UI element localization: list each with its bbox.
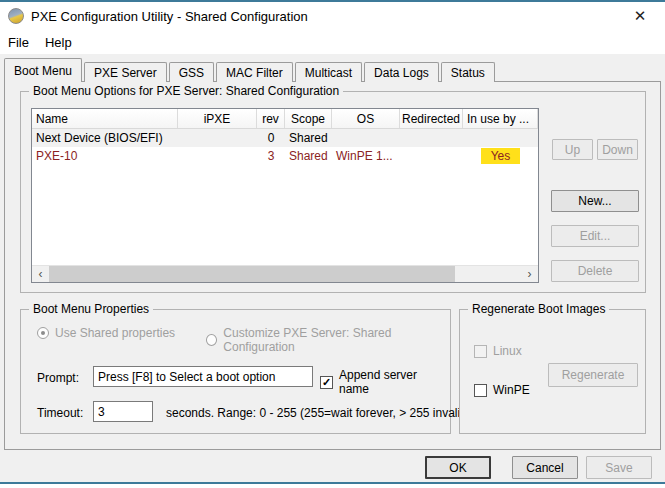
table-row[interactable]: PXE-10 3 Shared WinPE 1... Yes: [32, 147, 538, 165]
timeout-label: Timeout:: [37, 406, 83, 420]
customize-pxe-server-radio[interactable]: Customize PXE Server: Shared Configurati…: [206, 326, 450, 354]
tab-mac-filter[interactable]: MAC Filter: [216, 62, 293, 82]
boot-options-table[interactable]: Name iPXE rev Scope OS Redirected In use…: [31, 108, 539, 283]
cell-name: Next Device (BIOS/EFI): [32, 131, 178, 145]
append-server-name-label: Append server name: [339, 368, 450, 396]
menu-help[interactable]: Help: [37, 33, 80, 52]
save-button[interactable]: Save: [586, 456, 652, 479]
col-header-name[interactable]: Name: [32, 109, 178, 128]
col-header-redirected[interactable]: Redirected: [400, 109, 463, 128]
up-button[interactable]: Up: [552, 139, 593, 160]
tab-gss[interactable]: GSS: [169, 62, 214, 82]
radio-circle-icon: [206, 334, 217, 346]
timeout-range-hint: seconds. Range: 0 - 255 (255=wait foreve…: [166, 406, 471, 420]
cell-in-use-by: Yes: [463, 148, 538, 164]
col-header-rev[interactable]: rev: [257, 109, 285, 128]
col-header-in-use-by[interactable]: In use by ...: [463, 109, 538, 128]
col-header-ipxe[interactable]: iPXE: [178, 109, 257, 128]
table-empty-area: [32, 165, 538, 265]
tab-multicast[interactable]: Multicast: [295, 62, 362, 82]
use-shared-properties-label: Use Shared properties: [55, 326, 175, 340]
linux-label: Linux: [493, 344, 522, 358]
regenerate-button[interactable]: Regenerate: [548, 363, 638, 387]
window-bottom-edge: [0, 484, 665, 488]
menu-file[interactable]: File: [0, 33, 37, 52]
regenerate-boot-images-group: Regenerate Boot Images Linux Regenerate …: [459, 309, 646, 434]
prompt-label: Prompt:: [37, 371, 79, 385]
append-server-name-checkbox[interactable]: ✓ Append server name: [320, 368, 450, 396]
tab-strip: Boot Menu PXE Server GSS MAC Filter Mult…: [4, 58, 497, 82]
edit-button[interactable]: Edit...: [551, 225, 639, 247]
tab-boot-menu[interactable]: Boot Menu: [4, 58, 82, 82]
linux-checkbox[interactable]: Linux: [474, 344, 522, 358]
col-header-scope[interactable]: Scope: [285, 109, 332, 128]
winpe-label: WinPE: [493, 383, 530, 397]
timeout-input[interactable]: [93, 401, 153, 422]
boot-menu-properties-title: Boot Menu Properties: [29, 302, 153, 316]
prompt-input[interactable]: [93, 366, 313, 387]
cell-rev: 0: [257, 131, 285, 145]
boot-menu-tab-page: Boot Menu Options for PXE Server: Shared…: [4, 81, 661, 450]
scrollbar-track[interactable]: [49, 266, 521, 282]
menu-bar: File Help: [0, 30, 665, 54]
use-shared-properties-radio[interactable]: Use Shared properties: [37, 326, 175, 340]
scroll-right-icon[interactable]: ›: [521, 266, 538, 282]
tab-status[interactable]: Status: [441, 62, 495, 82]
cancel-button[interactable]: Cancel: [512, 456, 578, 479]
cell-scope: Shared: [285, 131, 332, 145]
cell-rev: 3: [257, 149, 285, 163]
in-use-yes-badge: Yes: [481, 148, 521, 164]
checkbox-empty-icon: [474, 345, 487, 358]
boot-menu-properties-group: Boot Menu Properties Use Shared properti…: [20, 309, 451, 434]
cell-os: WinPE 1...: [332, 149, 400, 163]
regenerate-boot-images-title: Regenerate Boot Images: [468, 302, 609, 316]
delete-button[interactable]: Delete: [551, 260, 639, 282]
col-header-os[interactable]: OS: [332, 109, 400, 128]
winpe-checkbox[interactable]: WinPE: [474, 383, 530, 397]
title-bar[interactable]: PXE Configuration Utility - Shared Confi…: [0, 2, 665, 30]
boot-menu-options-title: Boot Menu Options for PXE Server: Shared…: [29, 84, 343, 98]
horizontal-scrollbar[interactable]: ‹ ›: [32, 265, 538, 282]
close-icon[interactable]: ✕: [625, 5, 655, 27]
ok-button[interactable]: OK: [425, 456, 491, 479]
cell-scope: Shared: [285, 149, 332, 163]
pxe-config-window: PXE Configuration Utility - Shared Confi…: [0, 0, 665, 488]
boot-menu-options-group: Boot Menu Options for PXE Server: Shared…: [20, 91, 646, 293]
checkbox-check-icon: ✓: [320, 376, 333, 389]
tab-data-logs[interactable]: Data Logs: [364, 62, 439, 82]
scroll-left-icon[interactable]: ‹: [32, 266, 49, 282]
new-button[interactable]: New...: [551, 190, 639, 212]
checkbox-empty-icon: [474, 384, 487, 397]
scrollbar-thumb[interactable]: [49, 266, 455, 282]
down-button[interactable]: Down: [597, 139, 638, 160]
app-icon: [8, 8, 24, 24]
table-header-row: Name iPXE rev Scope OS Redirected In use…: [32, 109, 538, 129]
table-row[interactable]: Next Device (BIOS/EFI) 0 Shared: [32, 129, 538, 147]
cell-name: PXE-10: [32, 149, 178, 163]
tab-pxe-server[interactable]: PXE Server: [84, 62, 167, 82]
radio-circle-icon: [37, 327, 49, 339]
customize-pxe-server-label: Customize PXE Server: Shared Configurati…: [223, 326, 450, 354]
window-title: PXE Configuration Utility - Shared Confi…: [31, 9, 308, 24]
